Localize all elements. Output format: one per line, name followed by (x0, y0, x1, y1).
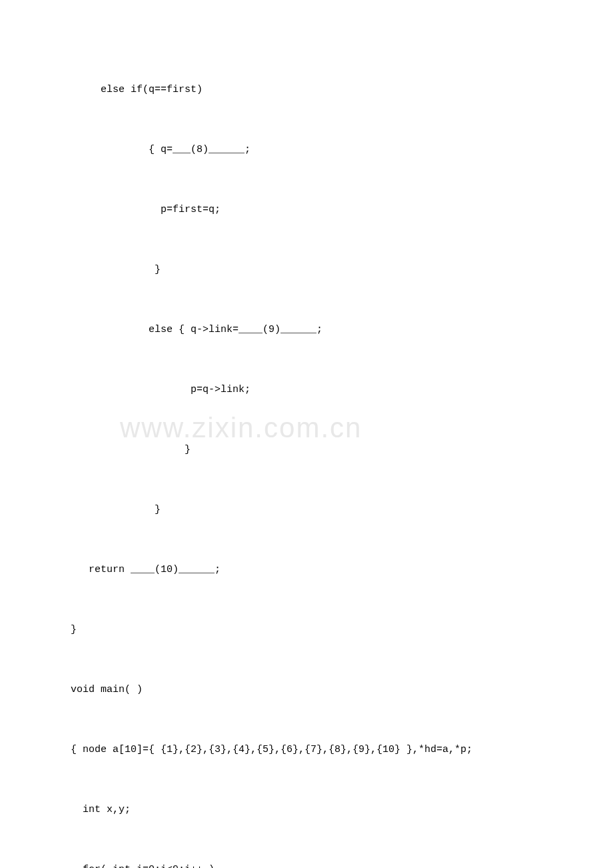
code-line: } (47, 440, 566, 460)
code-line: else if(q==first) (47, 80, 566, 100)
code-line: p=q->link; (47, 380, 566, 400)
code-line: p=first=q; (47, 200, 566, 220)
code-block-1: else if(q==first) { q=___(8)______; p=fi… (47, 40, 566, 868)
code-line: int x,y; (47, 800, 566, 820)
code-line: { q=___(8)______; (47, 140, 566, 160)
code-line: { node a[10]={ {1},{2},{3},{4},{5},{6},{… (47, 740, 566, 760)
code-line: else { q->link=____(9)______; (47, 320, 566, 340)
page-content: else if(q==first) { q=___(8)______; p=fi… (47, 40, 566, 868)
code-line: for( int i=0;i<9;i++ ) (47, 860, 566, 868)
code-line: void main( ) (47, 680, 566, 700)
code-line: } (47, 500, 566, 520)
code-line: } (47, 620, 566, 640)
code-line: } (47, 260, 566, 280)
code-line: return ____(10)______; (47, 560, 566, 580)
